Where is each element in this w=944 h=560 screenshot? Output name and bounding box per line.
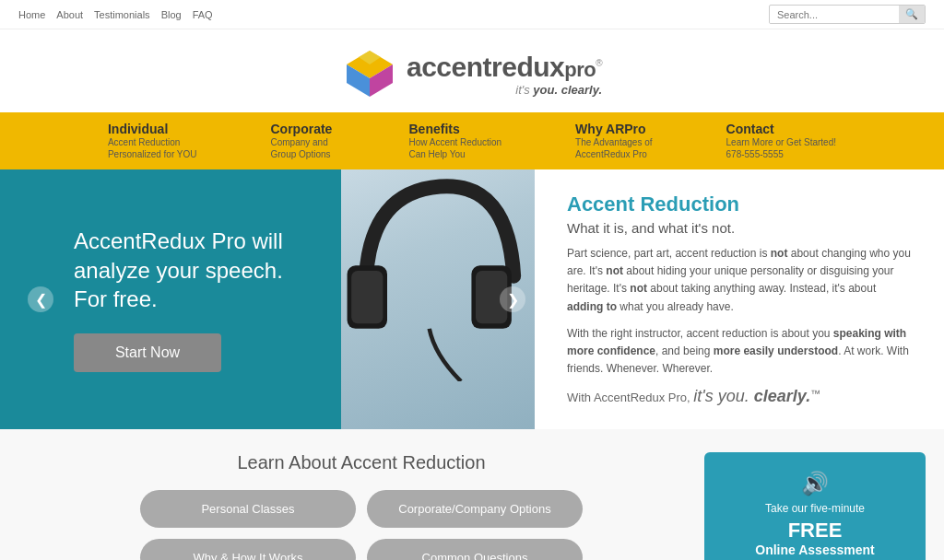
nav-individual-sub: Accent ReductionPersonalized for YOU bbox=[108, 136, 197, 160]
main-nav: Individual Accent ReductionPersonalized … bbox=[0, 112, 944, 169]
assessment-five-min: Take our five-minute bbox=[765, 502, 865, 515]
nav-blog[interactable]: Blog bbox=[161, 9, 182, 20]
brand-redux: redux bbox=[491, 52, 564, 82]
why-how-works-button[interactable]: Why & How It Works bbox=[140, 539, 356, 560]
corporate-options-button[interactable]: Corporate/Company Options bbox=[367, 490, 583, 528]
accent-tagline: With AccentRedux Pro, it's you. clearly.… bbox=[567, 387, 912, 406]
hero-prev-button[interactable]: ❮ bbox=[28, 286, 53, 312]
nav-whyarpro-sub: The Advantages ofAccentRedux Pro bbox=[575, 136, 652, 160]
brand-pro: pro bbox=[564, 58, 596, 81]
accent-body-1: Part science, part art, accent reduction… bbox=[567, 245, 912, 316]
nav-benefits-sub: How Accent ReductionCan Help You bbox=[408, 136, 502, 160]
logo-tagline: it's you. clearly. bbox=[407, 83, 602, 97]
accent-reduction-title: Accent Reduction bbox=[567, 192, 912, 216]
speaker-icon: 🔊 bbox=[801, 471, 829, 496]
assessment-panel[interactable]: 🔊 Take our five-minute FREE Online Asses… bbox=[704, 452, 926, 560]
nav-whyarpro[interactable]: Why ARPro The Advantages ofAccentRedux P… bbox=[538, 112, 689, 169]
learn-button-grid: Personal Classes Corporate/Company Optio… bbox=[140, 490, 583, 560]
nav-individual[interactable]: Individual Accent ReductionPersonalized … bbox=[71, 112, 234, 169]
nav-corporate[interactable]: Corporate Company andGroup Options bbox=[233, 112, 372, 169]
middle-section: Learn About Accent Reduction Personal Cl… bbox=[0, 429, 944, 560]
nav-individual-title: Individual bbox=[108, 122, 197, 136]
accent-reduction-subtitle: What it is, and what it's not. bbox=[567, 220, 912, 236]
logo-text: accentreduxpro® it's you. clearly. bbox=[407, 52, 602, 97]
logo-area: accentreduxpro® it's you. clearly. bbox=[0, 29, 944, 112]
nav-home[interactable]: Home bbox=[18, 9, 45, 20]
hero-left: ❮ AccentRedux Pro will analyze your spee… bbox=[0, 169, 535, 429]
start-now-button[interactable]: Start Now bbox=[74, 333, 221, 372]
logo-brand: accentreduxpro® bbox=[407, 52, 602, 83]
common-questions-button[interactable]: Common Questions bbox=[367, 539, 583, 560]
accent-body-2: With the right instructor, accent reduct… bbox=[567, 325, 912, 379]
tagline-clearly: clearly. bbox=[561, 83, 602, 97]
nav-whyarpro-title: Why ARPro bbox=[575, 122, 652, 136]
learn-section: Learn About Accent Reduction Personal Cl… bbox=[18, 452, 704, 560]
nav-testimonials[interactable]: Testimonials bbox=[94, 9, 150, 20]
search-form: 🔍 bbox=[769, 5, 926, 24]
search-button[interactable]: 🔍 bbox=[899, 6, 925, 23]
nav-contact[interactable]: Contact Learn More or Get Started!678-55… bbox=[690, 112, 874, 169]
hero-next-button[interactable]: ❯ bbox=[500, 286, 525, 312]
nav-contact-sub: Learn More or Get Started!678-555-5555 bbox=[726, 136, 837, 160]
logo-cube-icon bbox=[342, 46, 397, 101]
nav-benefits-title: Benefits bbox=[408, 122, 502, 136]
hero-right-panel: Accent Reduction What it is, and what it… bbox=[535, 169, 944, 429]
assessment-free: FREE bbox=[788, 519, 843, 542]
nav-corporate-sub: Company andGroup Options bbox=[270, 136, 335, 160]
tagline-its: it's bbox=[515, 83, 533, 97]
tagline-you: you. bbox=[533, 83, 558, 97]
learn-title: Learn About Accent Reduction bbox=[37, 452, 686, 473]
nav-about[interactable]: About bbox=[56, 9, 83, 20]
top-bar: Home About Testimonials Blog FAQ 🔍 bbox=[0, 0, 944, 29]
personal-classes-button[interactable]: Personal Classes bbox=[140, 490, 356, 528]
search-input[interactable] bbox=[770, 6, 899, 23]
assessment-online: Online Assessment bbox=[755, 542, 874, 557]
brand-accent: accent bbox=[407, 52, 491, 82]
top-nav: Home About Testimonials Blog FAQ bbox=[18, 9, 213, 20]
nav-benefits[interactable]: Benefits How Accent ReductionCan Help Yo… bbox=[372, 112, 538, 169]
nav-contact-title: Contact bbox=[726, 122, 837, 136]
hero-section: ❮ AccentRedux Pro will analyze your spee… bbox=[0, 169, 944, 429]
hero-headline: AccentRedux Pro will analyze your speech… bbox=[74, 227, 304, 313]
nav-faq[interactable]: FAQ bbox=[193, 9, 213, 20]
nav-corporate-title: Corporate bbox=[270, 122, 335, 136]
